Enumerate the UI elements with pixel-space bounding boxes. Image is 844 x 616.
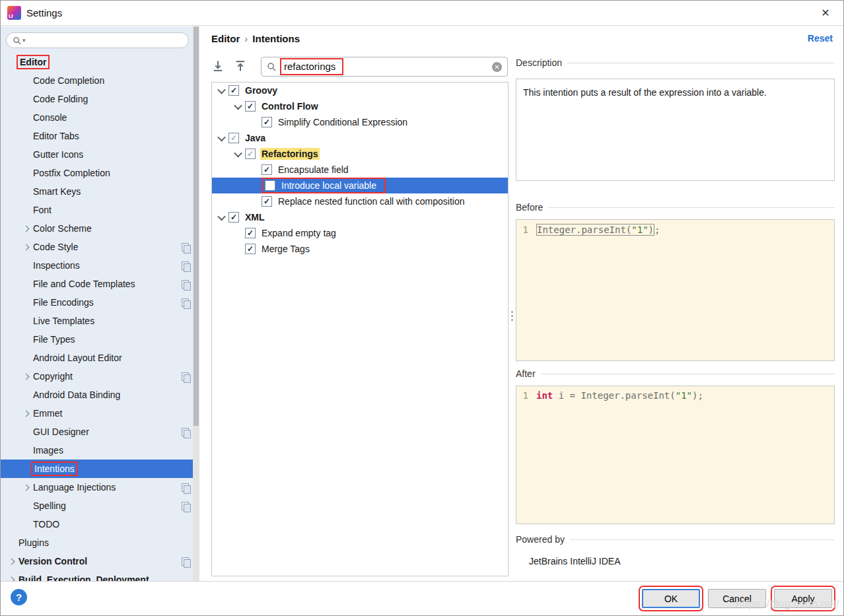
breadcrumb-section[interactable]: Editor bbox=[211, 33, 240, 44]
splitter-handle[interactable] bbox=[509, 307, 514, 324]
chevron-down-icon[interactable] bbox=[231, 104, 245, 110]
intention-row-introduce-local-variable[interactable]: Introduce local variable bbox=[212, 178, 508, 193]
sidebar-item-plugins[interactable]: Plugins bbox=[1, 533, 199, 552]
intentions-search-input[interactable]: refactorings ✕ bbox=[261, 57, 508, 77]
sidebar-item-editor[interactable]: Editor bbox=[1, 53, 199, 71]
sidebar-item-file-types[interactable]: File Types bbox=[1, 330, 199, 349]
collapse-all-icon[interactable] bbox=[234, 59, 247, 73]
intention-label: Replace nested function call with compos… bbox=[277, 195, 466, 207]
intention-row-groovy[interactable]: ✓Groovy bbox=[212, 83, 508, 98]
checkbox-partial[interactable]: ✓ bbox=[229, 133, 239, 143]
intention-label: Control Flow bbox=[260, 100, 320, 112]
chevron-down-icon[interactable] bbox=[215, 215, 229, 221]
settings-main-panel: Editor › Intentions Reset refactorings ✕ bbox=[200, 26, 843, 581]
sidebar-item-console[interactable]: Console bbox=[1, 108, 199, 127]
checkbox-checked[interactable]: ✓ bbox=[229, 212, 239, 222]
checkbox-group: ✓Simplify Conditional Expression bbox=[262, 114, 409, 130]
sidebar-tree: EditorCode CompletionCode FoldingConsole… bbox=[1, 53, 199, 581]
sidebar-item-label: Version Control bbox=[17, 555, 89, 567]
intention-row-merge-tags[interactable]: ✓Merge Tags bbox=[212, 241, 508, 257]
cancel-button[interactable]: Cancel bbox=[708, 589, 766, 608]
sidebar-item-code-style[interactable]: Code Style bbox=[1, 238, 199, 256]
intention-row-expand-empty-tag[interactable]: ✓Expand empty tag bbox=[212, 225, 508, 241]
checkbox-unchecked[interactable] bbox=[265, 180, 275, 191]
close-icon[interactable]: ✕ bbox=[814, 7, 837, 19]
powered-by-label: Powered by bbox=[516, 534, 565, 545]
chevron-down-icon[interactable] bbox=[215, 88, 229, 94]
checkbox-checked[interactable]: ✓ bbox=[262, 164, 272, 175]
sidebar-item-editor-tabs[interactable]: Editor Tabs bbox=[1, 127, 199, 145]
apply-button[interactable]: Apply bbox=[774, 589, 832, 608]
checkbox-checked[interactable]: ✓ bbox=[229, 85, 239, 96]
expand-all-icon[interactable] bbox=[211, 59, 225, 73]
sidebar-item-android-layout-editor[interactable]: Android Layout Editor bbox=[1, 349, 199, 367]
sidebar-item-spelling[interactable]: Spelling bbox=[1, 496, 199, 515]
intention-label: Java bbox=[244, 132, 267, 144]
sidebar-item-font[interactable]: Font bbox=[1, 201, 199, 219]
sidebar-item-label: Editor Tabs bbox=[31, 130, 81, 142]
sidebar-item-android-data-binding[interactable]: Android Data Binding bbox=[1, 386, 199, 404]
intention-row-xml[interactable]: ✓XML bbox=[212, 209, 508, 225]
section-rule bbox=[570, 539, 835, 540]
ok-button[interactable]: OK bbox=[642, 589, 700, 608]
shared-settings-icon bbox=[182, 280, 189, 289]
clear-search-icon[interactable]: ✕ bbox=[492, 62, 502, 72]
sidebar-item-gutter-icons[interactable]: Gutter Icons bbox=[1, 145, 199, 164]
sidebar-item-live-templates[interactable]: Live Templates bbox=[1, 312, 199, 330]
sidebar-scrollbar[interactable] bbox=[193, 26, 199, 581]
sidebar-item-label: Code Completion bbox=[31, 75, 106, 86]
chevron-down-icon[interactable] bbox=[231, 151, 245, 157]
sidebar-item-gui-designer[interactable]: GUI Designer bbox=[1, 423, 199, 441]
chevron-right-icon[interactable] bbox=[20, 374, 31, 379]
intention-row-control-flow[interactable]: ✓Control Flow bbox=[212, 98, 508, 114]
sidebar-item-smart-keys[interactable]: Smart Keys bbox=[1, 182, 199, 201]
sidebar-item-build-execution-deployment[interactable]: Build, Execution, Deployment bbox=[1, 570, 199, 581]
sidebar-item-images[interactable]: Images bbox=[1, 441, 199, 460]
shared-settings-icon bbox=[182, 557, 189, 566]
search-value[interactable]: refactorings bbox=[284, 61, 335, 72]
checkbox-checked[interactable]: ✓ bbox=[245, 101, 256, 112]
description-section-header: Description bbox=[516, 57, 835, 68]
sidebar-item-file-encodings[interactable]: File Encodings bbox=[1, 293, 199, 312]
after-label: After bbox=[516, 368, 536, 379]
sidebar-item-copyright[interactable]: Copyright bbox=[1, 367, 199, 386]
checkbox-group: ✓Expand empty tag bbox=[245, 225, 337, 241]
intention-label: Groovy bbox=[244, 85, 279, 96]
sidebar-item-todo[interactable]: TODO bbox=[1, 515, 199, 533]
sidebar-search-input[interactable]: ▾ bbox=[6, 32, 189, 48]
sidebar-item-intentions[interactable]: Intentions bbox=[1, 460, 199, 478]
chevron-right-icon[interactable] bbox=[20, 411, 31, 416]
intention-row-refactorings[interactable]: ✓Refactorings bbox=[212, 146, 508, 162]
reset-link[interactable]: Reset bbox=[808, 33, 833, 44]
search-history-caret-icon[interactable]: ▾ bbox=[22, 37, 26, 44]
sidebar-item-language-injections[interactable]: Language Injections bbox=[1, 478, 199, 496]
sidebar-item-postfix-completion[interactable]: Postfix Completion bbox=[1, 164, 199, 182]
sidebar-item-inspections[interactable]: Inspections bbox=[1, 256, 199, 275]
intention-row-java[interactable]: ✓Java bbox=[212, 130, 508, 146]
sidebar-item-file-and-code-templates[interactable]: File and Code Templates bbox=[1, 275, 199, 293]
intention-row-encapsulate-field[interactable]: ✓Encapsulate field bbox=[212, 162, 508, 178]
sidebar-item-color-scheme[interactable]: Color Scheme bbox=[1, 219, 199, 238]
sidebar-item-label: Postfix Completion bbox=[31, 167, 112, 179]
intention-row-replace-nested-function-call-with-composition[interactable]: ✓Replace nested function call with compo… bbox=[212, 193, 508, 209]
chevron-right-icon[interactable] bbox=[20, 245, 31, 250]
chevron-right-icon[interactable] bbox=[6, 559, 17, 564]
sidebar-item-version-control[interactable]: Version Control bbox=[1, 552, 199, 570]
shared-settings-icon bbox=[182, 243, 189, 252]
checkbox-checked[interactable]: ✓ bbox=[262, 196, 272, 207]
chevron-right-icon[interactable] bbox=[20, 485, 31, 490]
checkbox-checked[interactable]: ✓ bbox=[262, 117, 272, 127]
sidebar-item-emmet[interactable]: Emmet bbox=[1, 404, 199, 423]
help-icon[interactable]: ? bbox=[11, 589, 27, 605]
intention-row-simplify-conditional-expression[interactable]: ✓Simplify Conditional Expression bbox=[212, 114, 508, 130]
scrollbar-thumb[interactable] bbox=[193, 26, 199, 426]
chevron-down-icon[interactable] bbox=[215, 135, 229, 141]
checkbox-checked[interactable]: ✓ bbox=[245, 244, 256, 254]
sidebar-item-code-completion[interactable]: Code Completion bbox=[1, 71, 199, 90]
chevron-right-icon[interactable] bbox=[20, 226, 31, 231]
checkbox-checked[interactable]: ✓ bbox=[245, 228, 256, 238]
checkbox-partial[interactable]: ✓ bbox=[245, 149, 256, 159]
sidebar-item-code-folding[interactable]: Code Folding bbox=[1, 90, 199, 108]
sidebar-item-label: Language Injections bbox=[31, 481, 118, 493]
checkbox-group: ✓Control Flow bbox=[245, 98, 320, 114]
